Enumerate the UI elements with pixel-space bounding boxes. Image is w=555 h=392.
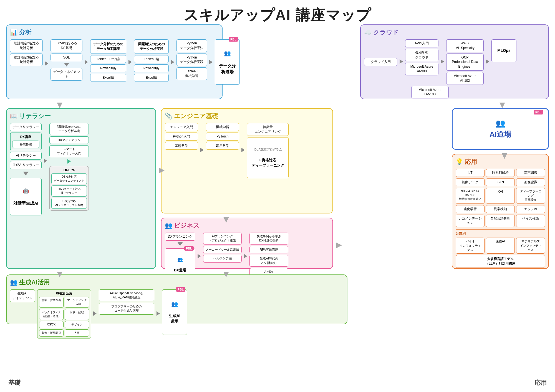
arrow-lit-3 [67, 159, 71, 164]
footer-left: 基礎 [8, 379, 21, 387]
card-xai: XAI [486, 188, 515, 204]
big-arrow-eng-biz [222, 216, 230, 225]
big-arrow-eng-genai [222, 270, 230, 280]
arrow-genai-2 [157, 311, 160, 316]
engineer-icon: 📎 [165, 113, 172, 120]
card-ai-literacy: AIリテラシー [10, 152, 42, 160]
cloud-header: ☁️ クラウド [364, 28, 545, 37]
card-python-jissen: Python データ分析実践 [176, 54, 207, 66]
svg-marker-4 [57, 272, 62, 277]
bunseki-icon: 📊 [10, 29, 17, 36]
main-title: スキルアップAI 講座マップ [8, 6, 547, 25]
arrow-cloud-3 [486, 59, 489, 64]
section-engineer: 📎 エンジニア基礎 エンジニア入門 Python入門 基礎数学 機械学習 PyT… [161, 108, 333, 213]
card-ds-kentei: DS検定対応 データサイエンティスト [51, 173, 87, 184]
ouyou-label: 応用 [465, 158, 477, 166]
svg-marker-5 [223, 272, 229, 277]
card-medical: 医療AI [486, 238, 515, 254]
card-dx-sub: 各業界編 [12, 141, 39, 148]
card-machine-learning: 機械学習 [206, 123, 239, 131]
section-ouyou: 💡 応用 IoT 時系列解析 音声認識 気象データ GAN 画像認識 NDIVI… [452, 154, 549, 269]
svg-marker-7 [336, 243, 342, 248]
card-nocode: ノーコードツール活用編 [203, 246, 242, 253]
big-arrow-lit-eng [158, 166, 166, 176]
card-cloud-intro: クラウド入門 [364, 58, 397, 66]
card-azure-ai900: Microsoft Azure AI-900 [405, 63, 438, 75]
card-genai-ideathon: 生成AI アイデアソン [10, 289, 35, 302]
card-gan: GAN [486, 178, 515, 186]
section-ai-dojo: PBL 👥 AI道場 [452, 108, 549, 150]
card-kyoka: 強化学習 [456, 205, 485, 213]
cloud-icon: ☁️ [364, 29, 372, 36]
card-mondai: 問題解決のための データ分析実践 [134, 39, 169, 54]
card-aws-ml: AWS ML Specialty [446, 39, 484, 52]
arrow-genai-1 [93, 311, 97, 316]
arrow-3 [85, 60, 88, 64]
pbl-badge-ai-dojo: PBL [534, 110, 543, 114]
pbl-badge-data-dojo: PBL [229, 37, 238, 42]
card-ml-cloud: 機械学習 クラウド [405, 49, 438, 62]
arrow-biz-2 [198, 254, 201, 258]
card-nlp: 自然言語処理 [486, 215, 515, 227]
card-onsei: 音声認識 [516, 169, 545, 177]
arrow-lit-1 [23, 172, 29, 175]
shokushu-label: 職種別 活用 [39, 291, 89, 296]
card-gazo: 画像認識 [516, 178, 545, 186]
ai-dojo-label: AI道場 [490, 129, 511, 139]
card-iot: IoT [456, 169, 485, 177]
section-literacy: 📖 リテラシー データリテラシー DX講座 各業界編 AIリテラシー 生成AIリ… [6, 108, 156, 269]
card-tableau-ml: Tableau 機械学習 [176, 67, 207, 80]
big-arrow-aidojo-ouyou [500, 152, 509, 161]
card-g-kentei: G検定対応 AIジェネラリスト基礎 [51, 198, 87, 209]
card-engineer-intro: エンジニア入門 [165, 123, 198, 131]
arrow-eng-2 [241, 148, 245, 152]
engineer-header: 📎 エンジニア基礎 [165, 112, 329, 120]
card-healthcare: ヘルスケア編 [203, 255, 242, 262]
svg-marker-0 [57, 103, 62, 108]
card-edge: エッジAI [516, 205, 545, 213]
card-kiso-sugaku: 基礎数学 [165, 142, 198, 150]
card-programmer-genai: プログラマーのための コード生成AI講座 [99, 303, 154, 315]
svg-marker-3 [502, 153, 507, 159]
cloud-label: クラウド [373, 28, 399, 37]
card-tableau-hen: Tableau編 [134, 55, 169, 63]
literacy-header: 📖 リテラシー [10, 112, 152, 120]
card-design: デザイン [65, 321, 89, 328]
card-mlops: MLOps [491, 39, 516, 62]
ouyou-icon: 💡 [456, 158, 463, 166]
arrow-1 [45, 61, 48, 66]
ouyou-sub-label: 分野別 [456, 231, 545, 236]
card-ai-planning: AIプランニング ・プロジェクト推進 [203, 233, 242, 245]
card-it-passport: IT/パスポート対応 ITリテラシー [51, 185, 87, 197]
card-azure-dp100: Microsoft Azure DP-100 [411, 86, 449, 99]
card-cs-cx: CS/CX [39, 321, 64, 328]
card-data-mgmt: データマネジメント [51, 68, 82, 81]
card-zaimu: 財務・経理 [65, 309, 89, 320]
section-genai: 👥 生成AI活用 生成AI アイデアソン 職種別 活用 営業・営業企画 マーケテ… [6, 274, 347, 324]
arrow-4 [128, 60, 132, 64]
genai-icon: 👥 [10, 279, 17, 286]
dx-koza-label: DX講座 [12, 135, 39, 139]
card-back-office: バックオフィス （総務・法務） [39, 309, 64, 320]
page-container: スキルアップAI 講座マップ 📊 分析 統計検定2級対応 統計分析 統計検定3級… [0, 0, 555, 392]
card-e-shikaku: iDLA認定プログラム E資格対応 ディープラーニング [247, 137, 289, 178]
card-dx-planning: DXプランニング [165, 233, 195, 241]
business-icon: 👥 [165, 222, 172, 229]
card-excel-ds: Excelで始める DS基礎 [51, 39, 82, 52]
card-pytorch: PyTorch [206, 133, 239, 141]
footer-right: 応用 [534, 379, 547, 387]
literacy-icon: 📖 [10, 113, 17, 120]
arrow-5 [171, 60, 174, 64]
genai-label: 生成AI活用 [19, 278, 50, 287]
big-arrow-lit-genai [56, 270, 64, 280]
dilite-label: Di-Lite [51, 168, 87, 172]
footer-labels: 基礎 応用 [8, 379, 547, 387]
arrow-biz-1 [177, 242, 183, 246]
business-header: 👥 ビジネス [165, 222, 329, 230]
card-recom: レコメンデーション [456, 215, 485, 227]
card-gcp: GCP Professional Data Engineer [446, 54, 484, 71]
card-sql: SQL [51, 54, 82, 62]
arrow-eng-1 [200, 148, 204, 152]
card-data-dojo: 👥 データ分析道場 [215, 39, 240, 85]
section-bunseki: 📊 分析 統計検定2級対応 統計分析 統計検定3級対応 統計分析 Excelで始… [6, 24, 223, 99]
